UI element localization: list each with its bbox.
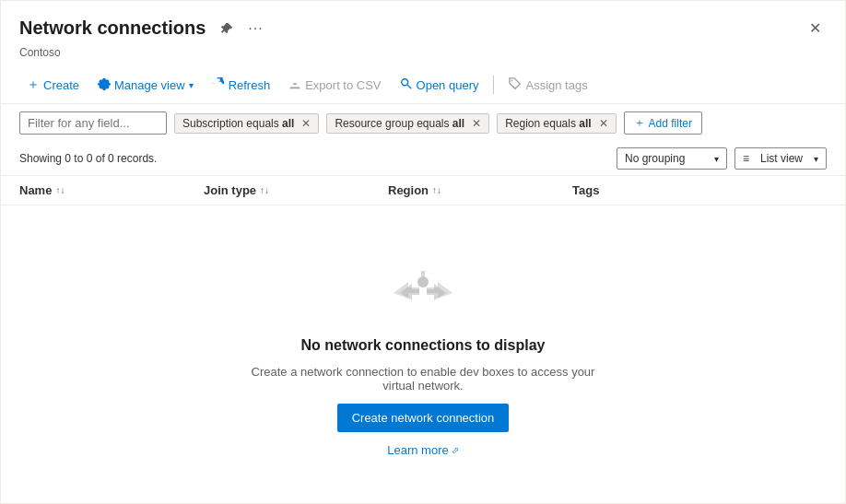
grouping-label: No grouping [625, 152, 685, 165]
col-header-region[interactable]: Region ↑↓ [388, 183, 572, 197]
toolbar: ＋ Create Manage view ▾ Refresh [1, 66, 845, 104]
create-button[interactable]: ＋ Create [19, 72, 87, 98]
external-link-icon: ⬀ [452, 445, 459, 455]
subscription-filter-close[interactable]: ✕ [301, 118, 311, 129]
assign-tags-button[interactable]: Assign tags [501, 73, 594, 98]
filter-input[interactable] [19, 111, 167, 135]
add-filter-label: Add filter [649, 117, 692, 130]
open-query-label: Open query [417, 78, 479, 92]
create-label: Create [43, 78, 79, 92]
open-query-button[interactable]: Open query [393, 73, 487, 98]
plus-icon: ＋ [27, 76, 40, 93]
col-header-name[interactable]: Name ↑↓ [19, 183, 204, 197]
list-view-dropdown[interactable]: ≡ List view ▾ [734, 147, 827, 170]
panel-subtitle: Contoso [1, 46, 845, 66]
learn-more-label: Learn more [387, 443, 448, 457]
close-button[interactable]: ✕ [804, 16, 827, 41]
name-sort-icon: ↑↓ [55, 185, 65, 195]
empty-subtitle: Create a network connection to enable de… [239, 365, 607, 393]
subscription-filter-tag: Subscription equals all ✕ [174, 113, 319, 134]
chevron-down-icon: ▾ [189, 80, 194, 90]
create-network-connection-button[interactable]: Create network connection [337, 404, 510, 432]
records-controls: No grouping ▾ ≡ List view ▾ [617, 147, 827, 170]
svg-point-0 [401, 78, 407, 85]
empty-title: No network connections to display [301, 337, 546, 354]
create-network-connection-label: Create network connection [352, 411, 495, 425]
header-icons: ··· [217, 18, 266, 39]
list-view-chevron-icon: ▾ [814, 154, 818, 164]
col-header-tags: Tags [572, 183, 827, 197]
col-join-type-label: Join type [204, 183, 256, 197]
network-connections-panel: Network connections ··· ✕ Contoso ＋ Crea… [0, 0, 846, 504]
assign-tags-label: Assign tags [525, 78, 587, 92]
col-header-join-type[interactable]: Join type ↑↓ [204, 183, 388, 197]
subscription-filter-label: Subscription equals all [182, 117, 294, 130]
filter-plus-icon: ＋ [634, 115, 645, 131]
panel-title: Network connections [19, 18, 206, 39]
grouping-dropdown[interactable]: No grouping ▾ [617, 147, 727, 170]
join-type-sort-icon: ↑↓ [260, 185, 269, 195]
panel-header: Network connections ··· ✕ [1, 1, 845, 46]
resource-group-filter-label: Resource group equals all [335, 117, 464, 130]
records-row: Showing 0 to 0 of 0 records. No grouping… [1, 142, 845, 175]
toolbar-separator [493, 76, 494, 94]
col-tags-label: Tags [572, 183, 599, 197]
learn-more-link[interactable]: Learn more ⬀ [387, 443, 458, 457]
region-filter-tag: Region equals all ✕ [497, 113, 616, 134]
refresh-button[interactable]: Refresh [205, 73, 278, 98]
manage-view-label: Manage view [114, 78, 185, 92]
svg-rect-6 [421, 271, 425, 282]
svg-line-1 [407, 85, 411, 88]
export-csv-label: Export to CSV [305, 78, 381, 92]
svg-point-2 [511, 79, 513, 81]
list-view-icon: ≡ [743, 152, 749, 165]
more-options-button[interactable]: ··· [244, 18, 266, 39]
export-csv-button[interactable]: Export to CSV [281, 73, 388, 98]
table-header: Name ↑↓ Join type ↑↓ Region ↑↓ Tags [1, 175, 845, 205]
region-filter-label: Region equals all [505, 117, 591, 130]
resource-group-filter-close[interactable]: ✕ [472, 118, 481, 129]
list-view-label: List view [760, 152, 803, 165]
tag-icon [509, 77, 522, 93]
col-region-label: Region [388, 183, 429, 197]
region-sort-icon: ↑↓ [432, 185, 441, 195]
add-filter-button[interactable]: ＋ Add filter [624, 111, 702, 135]
empty-state: No network connections to display Create… [1, 205, 845, 503]
pin-button[interactable] [217, 20, 237, 37]
filter-row: Subscription equals all ✕ Resource group… [1, 104, 845, 142]
network-empty-icon [386, 252, 460, 326]
col-name-label: Name [19, 183, 52, 197]
resource-group-filter-tag: Resource group equals all ✕ [326, 113, 489, 134]
refresh-icon [212, 77, 225, 93]
gear-icon [98, 77, 111, 93]
refresh-label: Refresh [229, 78, 271, 92]
records-text: Showing 0 to 0 of 0 records. [19, 152, 157, 165]
manage-view-button[interactable]: Manage view ▾ [90, 73, 201, 98]
grouping-chevron-icon: ▾ [714, 154, 719, 164]
query-icon [400, 77, 413, 93]
download-icon [288, 77, 301, 93]
region-filter-close[interactable]: ✕ [599, 118, 608, 129]
